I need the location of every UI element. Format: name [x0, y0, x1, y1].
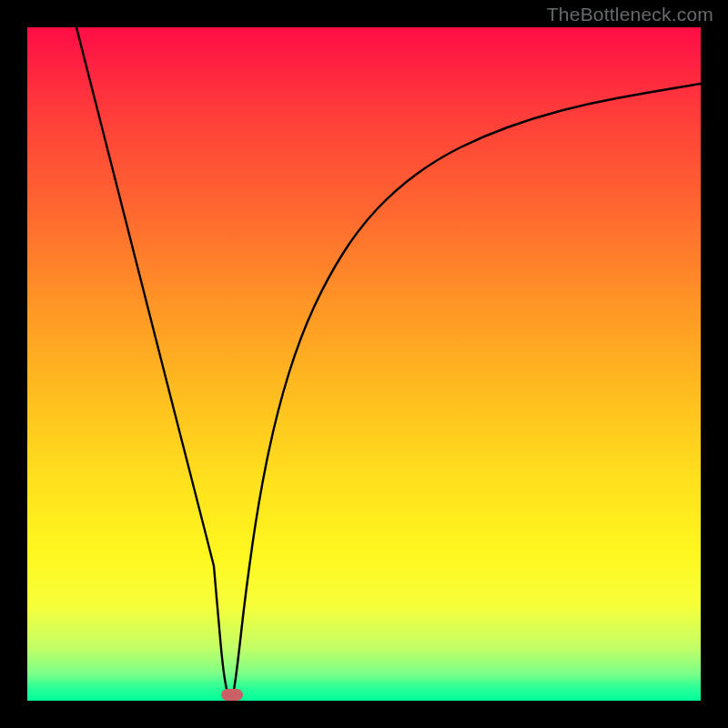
chart-frame: TheBottleneck.com: [0, 0, 728, 728]
bottleneck-curve: [27, 27, 701, 701]
watermark-text: TheBottleneck.com: [547, 4, 713, 25]
plot-area: [27, 27, 701, 701]
optimum-marker: [221, 689, 243, 701]
